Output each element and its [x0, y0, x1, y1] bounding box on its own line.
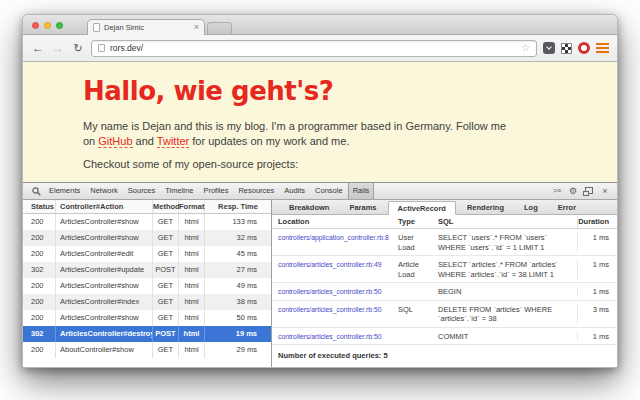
zoom-window-button[interactable]	[56, 22, 63, 29]
query-sql: SELECT `users`.* FROM `users` WHERE `use…	[432, 233, 577, 252]
request-row[interactable]: 200ArticlesController#showGEThtml32 ms	[23, 230, 271, 246]
minimize-window-button[interactable]	[44, 22, 51, 29]
bookmark-star-icon[interactable]: ☆	[521, 43, 530, 53]
query-type: User Load	[398, 233, 432, 252]
inspect-search-icon[interactable]	[29, 183, 44, 199]
tab-rendering[interactable]: Rendering	[458, 201, 513, 214]
qr-extension-icon[interactable]	[561, 43, 572, 54]
request-row-selected[interactable]: 302ArticlesController#destroyPOSThtml19 …	[23, 326, 271, 342]
devtools-toolbar: Elements Network Sources Timeline Profil…	[23, 183, 617, 200]
cell-time: 29 ms	[205, 342, 271, 358]
request-row[interactable]: 200ArticlesController#editGEThtml45 ms	[23, 246, 271, 262]
query-duration: 1 ms	[577, 233, 617, 252]
query-location-link[interactable]: controllers/application_controller.rb:8	[272, 233, 398, 252]
request-row[interactable]: 200ArticlesController#showGEThtml133 ms	[23, 214, 271, 230]
query-location-link[interactable]: controllers/articles_controller.rb:50	[272, 332, 398, 342]
cell-status: 200	[23, 230, 56, 246]
devtools-tab-profiles[interactable]: Profiles	[198, 183, 233, 199]
intro-text-1: My name is Dejan and this is my blog. I'…	[83, 120, 506, 132]
query-row: controllers/articles_controller.rb:49Art…	[272, 256, 617, 283]
cell-format: html	[179, 214, 205, 230]
cell-method: POST	[153, 326, 179, 342]
header-controller-action[interactable]: Controller#Action	[56, 200, 153, 213]
devtools-tab-elements[interactable]: Elements	[44, 183, 85, 199]
github-link[interactable]: GitHub	[98, 135, 132, 148]
cell-action: ArticlesController#show	[56, 230, 153, 246]
query-type: Article Load	[398, 260, 432, 279]
chrome-menu-button[interactable]	[596, 42, 609, 54]
undock-icon[interactable]	[581, 183, 597, 199]
intro-paragraph: My name is Dejan and this is my blog. I'…	[83, 119, 563, 149]
query-duration: 1 ms	[577, 332, 617, 342]
devtools-close-icon[interactable]: ×	[597, 183, 613, 199]
queries-rows: controllers/application_controller.rb:8U…	[272, 229, 617, 345]
query-location-link[interactable]: controllers/articles_controller.rb:50	[272, 305, 398, 324]
cell-format: html	[179, 342, 205, 358]
projects-line: Checkout some of my open-source projects…	[83, 158, 617, 170]
requests-rows: 200ArticlesController#showGEThtml133 ms …	[23, 214, 271, 358]
tab-error[interactable]: Error	[549, 201, 585, 214]
cell-action: ArticlesController#show	[56, 310, 153, 326]
window-controls	[32, 22, 63, 29]
settings-gear-icon[interactable]: ⚙	[565, 183, 581, 199]
cell-action: ArticlesController#destroy	[56, 326, 153, 342]
webpage-content: Hallo, wie geht's? My name is Dejan and …	[23, 62, 617, 182]
header-status[interactable]: Status	[23, 200, 56, 213]
forward-button[interactable]: →	[51, 42, 65, 54]
query-row: controllers/articles_controller.rb:50BEG…	[272, 283, 617, 301]
console-drawer-icon[interactable]: >≡	[549, 183, 565, 199]
address-bar[interactable]: rors.dev/ ☆	[91, 40, 537, 57]
query-location-link[interactable]: controllers/articles_controller.rb:50	[272, 287, 398, 297]
request-row[interactable]: 302ArticlesController#updatePOSThtml27 m…	[23, 262, 271, 278]
cell-status: 200	[23, 310, 56, 326]
cell-time: 50 ms	[205, 310, 271, 326]
header-resp-time[interactable]: Resp. Time	[205, 200, 271, 213]
queries-table-header: Location Type SQL Duration	[272, 215, 617, 229]
tab-params[interactable]: Params	[340, 201, 385, 214]
devtools-tab-audits[interactable]: Audits	[279, 183, 310, 199]
tab-log[interactable]: Log	[515, 201, 547, 214]
devtools-tab-console[interactable]: Console	[310, 183, 348, 199]
query-location-link[interactable]: controllers/articles_controller.rb:49	[272, 260, 398, 279]
request-row[interactable]: 200ArticlesController#showGEThtml50 ms	[23, 310, 271, 326]
red-circle-extension-icon[interactable]	[578, 42, 590, 54]
query-sql: SELECT `articles`.* FROM `articles` WHER…	[432, 260, 577, 279]
devtools-tab-network[interactable]: Network	[85, 183, 123, 199]
cell-time: 19 ms	[205, 326, 271, 342]
tab-activerecord[interactable]: ActiveRecord	[388, 201, 456, 215]
query-sql: DELETE FROM `articles` WHERE `articles`.…	[432, 305, 577, 324]
devtools-tab-resources[interactable]: Resources	[233, 183, 279, 199]
cell-action: AboutController#show	[56, 342, 153, 358]
pocket-extension-icon[interactable]	[543, 42, 555, 54]
request-row[interactable]: 200ArticlesController#indexGEThtml38 ms	[23, 294, 271, 310]
query-row: controllers/articles_controller.rb:50COM…	[272, 328, 617, 346]
cell-format: html	[179, 294, 205, 310]
devtools-tab-timeline[interactable]: Timeline	[160, 183, 198, 199]
header-method[interactable]: Method	[153, 200, 179, 213]
cell-action: ArticlesController#edit	[56, 246, 153, 262]
request-row[interactable]: 200ArticlesController#showGEThtml49 ms	[23, 278, 271, 294]
cell-time: 49 ms	[205, 278, 271, 294]
cell-format: html	[179, 230, 205, 246]
devtools-tab-sources[interactable]: Sources	[123, 183, 161, 199]
close-window-button[interactable]	[32, 22, 39, 29]
header-format[interactable]: Format	[179, 200, 205, 213]
request-row[interactable]: 200AboutController#showGEThtml29 ms	[23, 342, 271, 358]
devtools-tab-rails[interactable]: Rails	[348, 183, 375, 199]
cell-format: html	[179, 246, 205, 262]
tab-close-icon[interactable]: ×	[194, 23, 199, 32]
cell-method: GET	[153, 246, 179, 262]
back-button[interactable]: ←	[31, 42, 45, 54]
header-sql: SQL	[432, 215, 577, 228]
cell-method: GET	[153, 278, 179, 294]
browser-tab[interactable]: Dejan Simic ×	[87, 19, 205, 35]
toolbar-spacer	[374, 183, 549, 199]
url-text[interactable]: rors.dev/	[110, 43, 516, 53]
requests-table-header: Status Controller#Action Method Format R…	[23, 200, 271, 214]
twitter-link[interactable]: Twitter	[157, 135, 189, 148]
new-tab-button[interactable]	[207, 22, 232, 34]
cell-format: html	[179, 326, 205, 342]
tab-breakdown[interactable]: Breakdown	[280, 201, 338, 214]
cell-status: 200	[23, 246, 56, 262]
reload-button[interactable]: ↻	[71, 43, 85, 54]
